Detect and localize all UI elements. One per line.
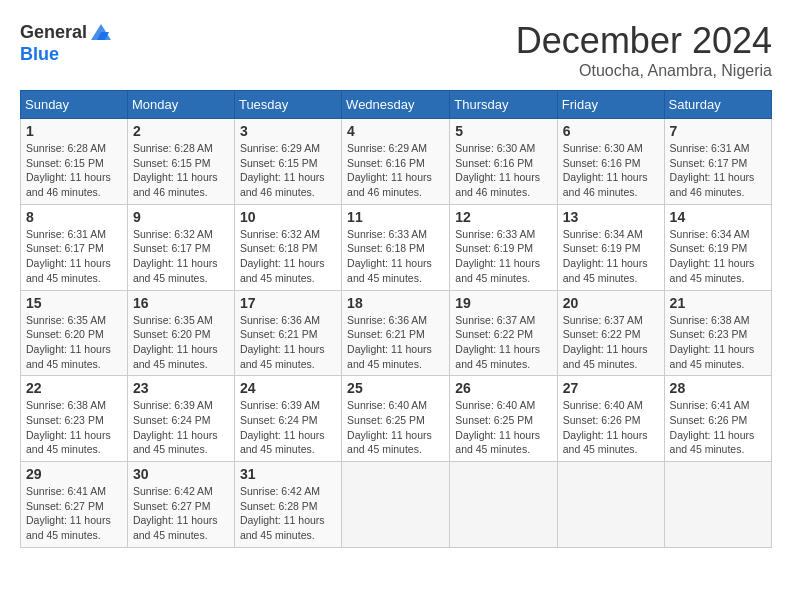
day-info: Sunrise: 6:37 AMSunset: 6:22 PMDaylight:… (455, 314, 540, 370)
day-number: 7 (670, 123, 766, 139)
calendar-cell: 8 Sunrise: 6:31 AMSunset: 6:17 PMDayligh… (21, 204, 128, 290)
day-number: 6 (563, 123, 659, 139)
calendar-cell: 12 Sunrise: 6:33 AMSunset: 6:19 PMDaylig… (450, 204, 557, 290)
day-info: Sunrise: 6:42 AMSunset: 6:27 PMDaylight:… (133, 485, 218, 541)
weekday-header-wednesday: Wednesday (342, 91, 450, 119)
day-number: 26 (455, 380, 551, 396)
calendar-cell: 30 Sunrise: 6:42 AMSunset: 6:27 PMDaylig… (127, 462, 234, 548)
day-number: 14 (670, 209, 766, 225)
month-title: December 2024 (516, 20, 772, 62)
logo-icon (89, 20, 113, 44)
day-number: 10 (240, 209, 336, 225)
calendar-cell: 2 Sunrise: 6:28 AMSunset: 6:15 PMDayligh… (127, 119, 234, 205)
day-info: Sunrise: 6:31 AMSunset: 6:17 PMDaylight:… (26, 228, 111, 284)
day-number: 18 (347, 295, 444, 311)
calendar-cell (664, 462, 771, 548)
day-info: Sunrise: 6:40 AMSunset: 6:25 PMDaylight:… (347, 399, 432, 455)
calendar-cell: 31 Sunrise: 6:42 AMSunset: 6:28 PMDaylig… (234, 462, 341, 548)
day-info: Sunrise: 6:41 AMSunset: 6:26 PMDaylight:… (670, 399, 755, 455)
day-number: 2 (133, 123, 229, 139)
calendar-cell: 4 Sunrise: 6:29 AMSunset: 6:16 PMDayligh… (342, 119, 450, 205)
day-number: 8 (26, 209, 122, 225)
logo-blue-text: Blue (20, 44, 113, 65)
day-number: 29 (26, 466, 122, 482)
day-number: 22 (26, 380, 122, 396)
day-number: 25 (347, 380, 444, 396)
day-number: 20 (563, 295, 659, 311)
calendar-cell: 29 Sunrise: 6:41 AMSunset: 6:27 PMDaylig… (21, 462, 128, 548)
day-number: 30 (133, 466, 229, 482)
day-info: Sunrise: 6:40 AMSunset: 6:26 PMDaylight:… (563, 399, 648, 455)
calendar-cell: 27 Sunrise: 6:40 AMSunset: 6:26 PMDaylig… (557, 376, 664, 462)
calendar-cell: 5 Sunrise: 6:30 AMSunset: 6:16 PMDayligh… (450, 119, 557, 205)
day-info: Sunrise: 6:41 AMSunset: 6:27 PMDaylight:… (26, 485, 111, 541)
day-info: Sunrise: 6:32 AMSunset: 6:18 PMDaylight:… (240, 228, 325, 284)
calendar-cell: 22 Sunrise: 6:38 AMSunset: 6:23 PMDaylig… (21, 376, 128, 462)
calendar-cell: 19 Sunrise: 6:37 AMSunset: 6:22 PMDaylig… (450, 290, 557, 376)
calendar-cell: 18 Sunrise: 6:36 AMSunset: 6:21 PMDaylig… (342, 290, 450, 376)
day-number: 1 (26, 123, 122, 139)
location-subtitle: Otuocha, Anambra, Nigeria (516, 62, 772, 80)
day-info: Sunrise: 6:29 AMSunset: 6:15 PMDaylight:… (240, 142, 325, 198)
calendar-cell: 23 Sunrise: 6:39 AMSunset: 6:24 PMDaylig… (127, 376, 234, 462)
calendar-cell (342, 462, 450, 548)
day-info: Sunrise: 6:30 AMSunset: 6:16 PMDaylight:… (455, 142, 540, 198)
day-number: 28 (670, 380, 766, 396)
calendar-cell: 14 Sunrise: 6:34 AMSunset: 6:19 PMDaylig… (664, 204, 771, 290)
weekday-header-saturday: Saturday (664, 91, 771, 119)
calendar-cell: 1 Sunrise: 6:28 AMSunset: 6:15 PMDayligh… (21, 119, 128, 205)
day-info: Sunrise: 6:42 AMSunset: 6:28 PMDaylight:… (240, 485, 325, 541)
day-info: Sunrise: 6:39 AMSunset: 6:24 PMDaylight:… (240, 399, 325, 455)
day-info: Sunrise: 6:35 AMSunset: 6:20 PMDaylight:… (133, 314, 218, 370)
day-number: 4 (347, 123, 444, 139)
day-number: 11 (347, 209, 444, 225)
calendar-cell: 25 Sunrise: 6:40 AMSunset: 6:25 PMDaylig… (342, 376, 450, 462)
day-info: Sunrise: 6:40 AMSunset: 6:25 PMDaylight:… (455, 399, 540, 455)
day-info: Sunrise: 6:37 AMSunset: 6:22 PMDaylight:… (563, 314, 648, 370)
day-number: 27 (563, 380, 659, 396)
weekday-header-monday: Monday (127, 91, 234, 119)
day-number: 31 (240, 466, 336, 482)
calendar-cell: 20 Sunrise: 6:37 AMSunset: 6:22 PMDaylig… (557, 290, 664, 376)
weekday-header-friday: Friday (557, 91, 664, 119)
day-number: 17 (240, 295, 336, 311)
day-info: Sunrise: 6:30 AMSunset: 6:16 PMDaylight:… (563, 142, 648, 198)
day-number: 19 (455, 295, 551, 311)
day-info: Sunrise: 6:38 AMSunset: 6:23 PMDaylight:… (670, 314, 755, 370)
calendar-cell: 24 Sunrise: 6:39 AMSunset: 6:24 PMDaylig… (234, 376, 341, 462)
calendar-cell: 21 Sunrise: 6:38 AMSunset: 6:23 PMDaylig… (664, 290, 771, 376)
day-number: 3 (240, 123, 336, 139)
day-info: Sunrise: 6:31 AMSunset: 6:17 PMDaylight:… (670, 142, 755, 198)
calendar-cell: 11 Sunrise: 6:33 AMSunset: 6:18 PMDaylig… (342, 204, 450, 290)
day-number: 24 (240, 380, 336, 396)
day-number: 23 (133, 380, 229, 396)
calendar-cell: 26 Sunrise: 6:40 AMSunset: 6:25 PMDaylig… (450, 376, 557, 462)
day-info: Sunrise: 6:35 AMSunset: 6:20 PMDaylight:… (26, 314, 111, 370)
day-number: 9 (133, 209, 229, 225)
page-header: General Blue December 2024 Otuocha, Anam… (20, 20, 772, 80)
calendar-cell: 28 Sunrise: 6:41 AMSunset: 6:26 PMDaylig… (664, 376, 771, 462)
day-info: Sunrise: 6:34 AMSunset: 6:19 PMDaylight:… (670, 228, 755, 284)
day-number: 12 (455, 209, 551, 225)
day-info: Sunrise: 6:28 AMSunset: 6:15 PMDaylight:… (133, 142, 218, 198)
day-info: Sunrise: 6:33 AMSunset: 6:18 PMDaylight:… (347, 228, 432, 284)
day-info: Sunrise: 6:29 AMSunset: 6:16 PMDaylight:… (347, 142, 432, 198)
calendar-cell: 6 Sunrise: 6:30 AMSunset: 6:16 PMDayligh… (557, 119, 664, 205)
calendar-cell: 10 Sunrise: 6:32 AMSunset: 6:18 PMDaylig… (234, 204, 341, 290)
day-info: Sunrise: 6:36 AMSunset: 6:21 PMDaylight:… (347, 314, 432, 370)
calendar-cell: 17 Sunrise: 6:36 AMSunset: 6:21 PMDaylig… (234, 290, 341, 376)
weekday-header-tuesday: Tuesday (234, 91, 341, 119)
calendar-cell: 9 Sunrise: 6:32 AMSunset: 6:17 PMDayligh… (127, 204, 234, 290)
calendar-cell: 13 Sunrise: 6:34 AMSunset: 6:19 PMDaylig… (557, 204, 664, 290)
title-block: December 2024 Otuocha, Anambra, Nigeria (516, 20, 772, 80)
day-number: 5 (455, 123, 551, 139)
calendar-cell: 15 Sunrise: 6:35 AMSunset: 6:20 PMDaylig… (21, 290, 128, 376)
day-info: Sunrise: 6:34 AMSunset: 6:19 PMDaylight:… (563, 228, 648, 284)
day-info: Sunrise: 6:33 AMSunset: 6:19 PMDaylight:… (455, 228, 540, 284)
calendar-cell: 7 Sunrise: 6:31 AMSunset: 6:17 PMDayligh… (664, 119, 771, 205)
calendar-cell: 3 Sunrise: 6:29 AMSunset: 6:15 PMDayligh… (234, 119, 341, 205)
day-info: Sunrise: 6:38 AMSunset: 6:23 PMDaylight:… (26, 399, 111, 455)
day-info: Sunrise: 6:39 AMSunset: 6:24 PMDaylight:… (133, 399, 218, 455)
day-info: Sunrise: 6:32 AMSunset: 6:17 PMDaylight:… (133, 228, 218, 284)
day-number: 21 (670, 295, 766, 311)
